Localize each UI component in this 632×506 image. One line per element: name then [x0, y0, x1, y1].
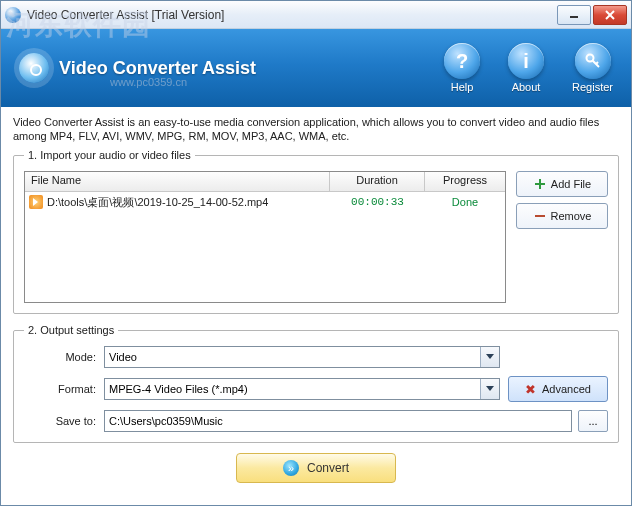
file-progress-cell: Done	[425, 194, 505, 210]
gear-icon	[19, 53, 49, 83]
plus-icon	[533, 177, 547, 191]
key-svg	[584, 52, 602, 70]
info-icon: i	[508, 43, 544, 79]
wrench-icon: ✖	[525, 382, 536, 397]
svg-line-5	[596, 62, 598, 64]
col-duration[interactable]: Duration	[330, 172, 425, 191]
app-icon	[5, 7, 21, 23]
window-title: Video Converter Assist [Trial Version]	[27, 8, 555, 22]
format-select[interactable]: MPEG-4 Video Files (*.mp4)	[104, 378, 500, 400]
format-label: Format:	[24, 383, 96, 395]
col-progress[interactable]: Progress	[425, 172, 505, 191]
table-row[interactable]: D:\tools\桌面\视频\2019-10-25_14-00-52.mp4 0…	[25, 192, 505, 212]
remove-button[interactable]: Remove	[516, 203, 608, 229]
mode-select[interactable]: Video	[104, 346, 500, 368]
advanced-button[interactable]: ✖ Advanced	[508, 376, 608, 402]
save-to-input[interactable]	[104, 410, 572, 432]
import-fieldset: 1. Import your audio or video files File…	[13, 149, 619, 314]
close-button[interactable]	[593, 5, 627, 25]
output-legend: 2. Output settings	[24, 324, 118, 336]
content: Video Converter Assist is an easy-to-use…	[1, 107, 631, 493]
convert-button[interactable]: » Convert	[236, 453, 396, 483]
convert-label: Convert	[307, 461, 349, 475]
add-file-label: Add File	[551, 178, 591, 190]
mode-label: Mode:	[24, 351, 96, 363]
minus-icon	[533, 209, 547, 223]
about-button[interactable]: i About	[508, 43, 544, 93]
close-icon	[605, 10, 615, 20]
app-window: Video Converter Assist [Trial Version] V…	[0, 0, 632, 506]
file-table[interactable]: File Name Duration Progress D:\tools\桌面\…	[24, 171, 506, 303]
table-header: File Name Duration Progress	[25, 172, 505, 192]
file-icon	[29, 195, 43, 209]
register-label: Register	[572, 81, 613, 93]
add-file-button[interactable]: Add File	[516, 171, 608, 197]
col-filename[interactable]: File Name	[25, 172, 330, 191]
remove-label: Remove	[551, 210, 592, 222]
titlebar: Video Converter Assist [Trial Version]	[1, 1, 631, 29]
browse-button[interactable]: ...	[578, 410, 608, 432]
file-name-cell: D:\tools\桌面\视频\2019-10-25_14-00-52.mp4	[47, 195, 268, 210]
help-button[interactable]: ? Help	[444, 43, 480, 93]
description-text: Video Converter Assist is an easy-to-use…	[13, 115, 619, 143]
app-title: Video Converter Assist	[59, 58, 256, 79]
output-fieldset: 2. Output settings Mode: Video Format: M…	[13, 324, 619, 443]
advanced-label: Advanced	[542, 383, 591, 395]
register-button[interactable]: Register	[572, 43, 613, 93]
key-icon	[575, 43, 611, 79]
save-to-label: Save to:	[24, 415, 96, 427]
help-label: Help	[451, 81, 474, 93]
convert-icon: »	[283, 460, 299, 476]
minimize-icon	[569, 10, 579, 20]
minimize-button[interactable]	[557, 5, 591, 25]
file-duration-cell: 00:00:33	[330, 194, 425, 210]
help-icon: ?	[444, 43, 480, 79]
about-label: About	[512, 81, 541, 93]
import-legend: 1. Import your audio or video files	[24, 149, 195, 161]
header: Video Converter Assist ? Help i About Re…	[1, 29, 631, 107]
